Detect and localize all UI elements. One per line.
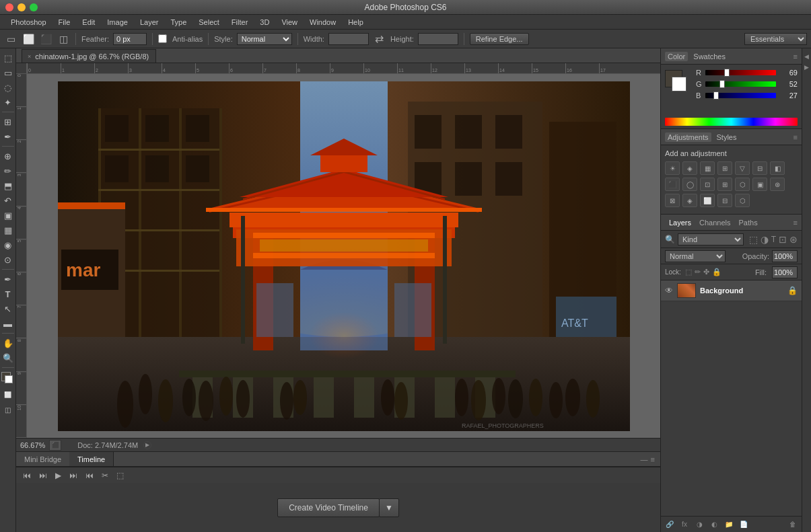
minimize-button[interactable] [17,3,26,11]
gradient-map-btn[interactable]: ⊠ [665,194,680,207]
layer-item-background[interactable]: 👁 Background 🔒 [661,280,802,301]
crop-tool[interactable]: ⊞ [1,115,15,128]
brush-tool[interactable]: ✏ [1,164,15,178]
feather-input[interactable] [113,33,147,45]
threshold-btn[interactable]: ⊛ [770,178,785,191]
collapse-right-panels-btn[interactable]: ◀ [804,51,809,62]
timeline-tab[interactable]: Timeline [69,452,114,466]
opacity-input[interactable]: 100% [772,250,798,262]
curves-btn[interactable]: ▦ [700,161,715,175]
paths-tab[interactable]: Paths [735,217,762,228]
menu-layer[interactable]: Layer [135,17,164,28]
b-slider-thumb[interactable] [713,91,719,100]
workspace-select[interactable]: Essentials Photography Design [744,33,807,45]
marquee-icon-intersect[interactable]: ◫ [57,32,70,46]
levels-btn[interactable]: ◈ [682,161,697,175]
menu-window[interactable]: Window [304,17,341,28]
marquee-icon-rect[interactable]: ▭ [4,32,17,46]
menu-image[interactable]: Image [102,17,133,28]
menu-view[interactable]: View [276,17,303,28]
anti-alias-checkbox[interactable] [158,34,167,43]
zoom-quick-btn[interactable]: ⬛ [49,440,61,451]
marquee-icon-col[interactable]: ⬛ [39,32,52,46]
adjustments-tab[interactable]: Adjustments [665,132,711,142]
swatches-tab[interactable]: Swatches [691,52,728,61]
zoom-tool[interactable]: 🔍 [1,351,15,365]
layer-filter-pixel[interactable]: ⬚ [749,234,758,245]
lock-transparent-btn[interactable]: ⬚ [685,268,692,276]
hue-sat-btn[interactable]: ⊟ [752,161,767,175]
type-tool[interactable]: T [1,287,15,301]
menu-edit[interactable]: Edit [77,17,100,28]
channel-mixer-btn[interactable]: ⊡ [700,178,715,191]
swap-icon[interactable]: ⇄ [373,32,386,46]
color-spectrum[interactable] [665,118,798,126]
gradient-tool[interactable]: ▦ [1,223,15,237]
layer-visibility-eye[interactable]: 👁 [665,286,673,295]
width-input[interactable] [328,33,369,45]
layers-tab[interactable]: Layers [665,217,695,228]
panel-menu-icon[interactable]: ≡ [651,455,655,463]
timeline-play[interactable]: ▶ [52,469,64,482]
adj-icon-extra1[interactable]: ⬜ [700,194,715,207]
new-layer-btn[interactable]: 📄 [738,519,750,530]
tab-close-x[interactable]: × [28,53,31,60]
style-select[interactable]: Normal Fixed Ratio Fixed Size [237,33,292,45]
r-slider-thumb[interactable] [724,69,730,77]
canvas-scroll-area[interactable]: mar [27,74,660,438]
panel-expand-icon[interactable]: ≡ [794,52,798,61]
lasso-tool[interactable]: ◌ [1,81,15,94]
layers-panel-menu[interactable]: ≡ [794,219,798,227]
r-slider-track[interactable] [705,70,776,75]
screen-mode[interactable]: ◫ [1,403,15,416]
menu-file[interactable]: File [53,17,76,28]
eraser-tool[interactable]: ▣ [1,208,15,222]
collapse-right-panels-btn2[interactable]: ▶ [804,62,809,73]
close-button[interactable] [5,3,13,11]
refine-edge-button[interactable]: Refine Edge... [470,33,529,45]
foreground-color[interactable] [1,372,15,385]
status-info-btn[interactable]: ▶ [143,441,151,449]
exposure-btn[interactable]: ⊞ [717,161,732,175]
maximize-button[interactable] [30,3,38,11]
menu-type[interactable]: Type [165,17,192,28]
photo-filter-btn[interactable]: ◯ [682,178,697,191]
timeline-next-frame[interactable]: ⏭ [67,469,80,482]
spot-heal-tool[interactable]: ⊕ [1,149,15,163]
menu-3d[interactable]: 3D [254,17,275,28]
eyedropper-tool[interactable]: ✒ [1,130,15,143]
move-tool[interactable]: ⬚ [1,51,15,65]
vibrance-btn[interactable]: ▽ [735,161,750,175]
styles-tab[interactable]: Styles [714,132,740,142]
color-lookup-btn[interactable]: ⊞ [717,178,732,191]
lock-all-btn[interactable]: 🔒 [712,268,721,276]
b-slider-track[interactable] [705,93,776,98]
hand-tool[interactable]: ✋ [1,336,15,350]
background-color-swatch[interactable] [672,77,686,91]
black-white-btn[interactable]: ⬛ [665,178,680,191]
mini-bridge-tab[interactable]: Mini Bridge [16,452,69,466]
pen-tool[interactable]: ✒ [1,272,15,286]
create-video-arrow-button[interactable]: ▼ [379,498,399,517]
delete-layer-btn[interactable]: 🗑 [787,519,799,530]
menu-help[interactable]: Help [343,17,369,28]
adjustments-panel-menu[interactable]: ≡ [794,133,798,141]
panel-collapse-icon[interactable]: — [641,455,648,463]
create-video-timeline-button[interactable]: Create Video Timeline [277,498,380,517]
timeline-goto-end[interactable]: ⏮ [83,469,96,482]
adj-icon-extra2[interactable]: ⊟ [717,194,732,207]
layer-blend-mode-select[interactable]: Normal Multiply Screen Overlay [665,250,726,262]
new-adjustment-btn[interactable]: ◐ [708,519,720,530]
link-layers-btn[interactable]: 🔗 [664,519,676,530]
layer-filter-type[interactable]: T [771,235,776,244]
lock-pixel-btn[interactable]: ✏ [695,268,701,276]
channels-tab[interactable]: Channels [695,217,734,228]
layer-filter-smart[interactable]: ⊛ [789,234,798,245]
document-tab[interactable]: × chinatown-1.jpg @ 66.7% (RGB/8) [22,49,156,63]
brightness-contrast-btn[interactable]: ☀ [665,161,680,175]
path-selection-tool[interactable]: ↖ [1,302,15,315]
shape-tool[interactable]: ▬ [1,317,15,330]
height-input[interactable] [418,33,458,45]
menu-select[interactable]: Select [193,17,225,28]
color-tab[interactable]: Color [665,52,688,61]
